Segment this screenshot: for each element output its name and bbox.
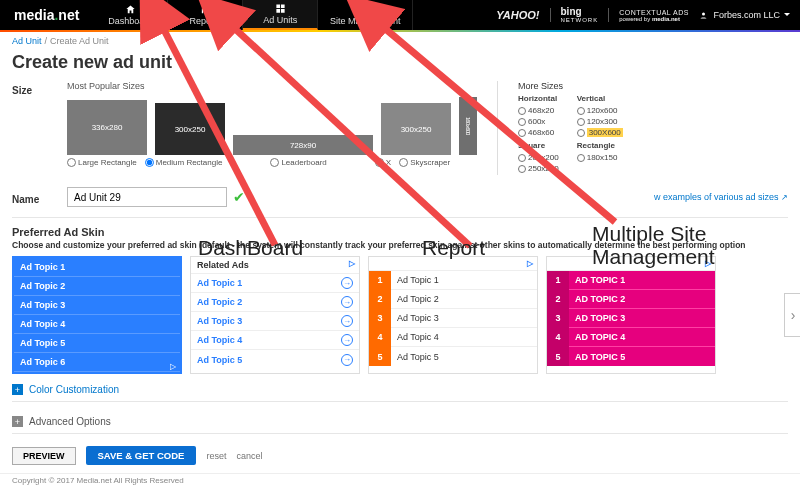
radio-200x200[interactable]: 200x200 <box>518 153 559 162</box>
go-icon: → <box>341 277 353 289</box>
user-menu[interactable]: Forbes.com LLC <box>699 10 790 20</box>
wrench-icon <box>360 4 371 15</box>
skin4-item: 5AD TOPIC 5 <box>547 347 715 366</box>
page-title: Create new ad unit <box>0 50 800 79</box>
bing-logo: bing NETWORK <box>561 7 599 23</box>
skin-option-3[interactable]: ▷ 1Ad Topic 1 2Ad Topic 2 3Ad Topic 3 4A… <box>368 256 538 374</box>
skin3-item: 3Ad Topic 3 <box>369 309 537 328</box>
ad-skin-heading: Preferred Ad Skin <box>0 222 800 240</box>
grid-icon <box>275 3 286 14</box>
svg-point-0 <box>702 13 705 16</box>
radio-120x600[interactable]: 120x600 <box>577 106 623 115</box>
radio-leaderboard[interactable]: Leaderboard <box>270 158 326 167</box>
preview-button[interactable]: PREVIEW <box>12 447 76 465</box>
skin2-item: Ad Topic 3→ <box>191 312 359 331</box>
size-300x250[interactable]: 300x250 <box>155 103 225 155</box>
nav-site-management[interactable]: Site Management <box>318 0 413 30</box>
skin3-item: 5Ad Topic 5 <box>369 347 537 366</box>
skin4-item: 2AD TOPIC 2 <box>547 290 715 309</box>
radio-180x150[interactable]: 180x150 <box>577 153 623 162</box>
skin2-item: Ad Topic 5→ <box>191 350 359 369</box>
examples-link[interactable]: w examples of various ad sizes ↗ <box>654 192 788 202</box>
skin2-item: Ad Topic 1→ <box>191 274 359 293</box>
skin4-item: 4AD TOPIC 4 <box>547 328 715 347</box>
skin-option-2[interactable]: Related Ads▷ Ad Topic 1→ Ad Topic 2→ Ad … <box>190 256 360 374</box>
skin3-header: ▷ <box>369 257 537 271</box>
skin4-header: ▷ <box>547 257 715 271</box>
radio-large-rect[interactable]: Large Rectangle <box>67 158 137 167</box>
radio-468x20[interactable]: 468x20 <box>518 106 559 115</box>
footer-copyright: Copyright © 2017 Media.net All Rights Re… <box>0 473 800 487</box>
go-icon: → <box>341 334 353 346</box>
radio-250x250[interactable]: 250x250 <box>518 164 559 173</box>
color-customization-toggle[interactable]: +Color Customization <box>0 374 800 397</box>
save-button[interactable]: SAVE & GET CODE <box>86 446 197 465</box>
cancel-link[interactable]: cancel <box>236 451 262 461</box>
ads-marker-icon: ▷ <box>349 259 355 268</box>
size-336x280[interactable]: 336x280 <box>67 100 147 155</box>
skin1-item: Ad Topic 4 <box>14 315 180 334</box>
ads-marker-icon: ▷ <box>705 259 711 268</box>
name-input[interactable] <box>67 187 227 207</box>
skin2-item: Ad Topic 4→ <box>191 331 359 350</box>
chevron-down-icon <box>784 13 790 19</box>
radio-x[interactable]: X <box>375 158 391 167</box>
ads-marker-icon: ▷ <box>527 259 533 268</box>
radio-120x300[interactable]: 120x300 <box>577 117 623 126</box>
skin4-item: 1AD TOPIC 1 <box>547 271 715 290</box>
size-300x250b[interactable]: 300x250 <box>381 103 451 155</box>
breadcrumb: Ad Unit/Create Ad Unit <box>0 32 800 50</box>
radio-468x60[interactable]: 468x60 <box>518 128 559 137</box>
ad-skin-desc: Choose and customize your preferred ad s… <box>0 240 800 256</box>
yahoo-logo: YAHOO! <box>496 9 539 21</box>
size-label: Size <box>12 81 67 96</box>
radio-300x600[interactable]: 300X600 <box>577 128 623 137</box>
radio-medium-rect[interactable]: Medium Rectangle <box>145 158 223 167</box>
crumb-ad-unit[interactable]: Ad Unit <box>12 36 42 46</box>
skin2-header: Related Ads▷ <box>191 257 359 274</box>
skin1-item: Ad Topic 6 <box>14 353 180 372</box>
plus-icon: + <box>12 416 23 427</box>
check-icon: ✔ <box>233 189 245 205</box>
skin2-item: Ad Topic 2→ <box>191 293 359 312</box>
chart-icon <box>200 4 211 15</box>
skin3-item: 2Ad Topic 2 <box>369 290 537 309</box>
home-icon <box>125 4 136 15</box>
next-skin-button[interactable]: › <box>784 293 800 337</box>
brand-logo: media.net <box>0 7 93 23</box>
radio-skyscraper[interactable]: Skyscraper <box>399 158 450 167</box>
advanced-options-toggle[interactable]: +Advanced Options <box>0 406 800 429</box>
nav-reports[interactable]: Reports <box>168 0 243 30</box>
nav-dashboard[interactable]: Dashboard <box>93 0 168 30</box>
skin-option-1[interactable]: Ad Topic 1 Ad Topic 2 Ad Topic 3 Ad Topi… <box>12 256 182 374</box>
popular-sizes-heading: Most Popular Sizes <box>67 81 477 91</box>
skin1-item: Ad Topic 2 <box>14 277 180 296</box>
skin1-item: Ad Topic 1 <box>14 258 180 277</box>
user-icon <box>699 11 708 20</box>
skin3-item: 1Ad Topic 1 <box>369 271 537 290</box>
nav-ad-units[interactable]: Ad Units <box>243 0 318 30</box>
go-icon: → <box>341 296 353 308</box>
plus-icon: + <box>12 384 23 395</box>
go-icon: → <box>341 354 353 366</box>
skin3-item: 4Ad Topic 4 <box>369 328 537 347</box>
size-728x90[interactable]: 728x90 <box>233 135 373 155</box>
more-sizes-heading: More Sizes <box>518 81 623 91</box>
skin-option-4[interactable]: ▷ 1AD TOPIC 1 2AD TOPIC 2 3AD TOPIC 3 4A… <box>546 256 716 374</box>
contextual-ads-label: CONTEXTUAL ADS powered by media.net <box>619 9 689 22</box>
go-icon: → <box>341 315 353 327</box>
radio-600[interactable]: 600x <box>518 117 559 126</box>
name-label: Name <box>12 190 67 205</box>
skin4-item: 3AD TOPIC 3 <box>547 309 715 328</box>
skin1-item: Ad Topic 5 <box>14 334 180 353</box>
reset-link[interactable]: reset <box>206 451 226 461</box>
ads-marker-icon: ▷ <box>170 362 176 371</box>
size-160x600[interactable]: 160 x 600 <box>459 97 477 155</box>
skin1-item: Ad Topic 3 <box>14 296 180 315</box>
